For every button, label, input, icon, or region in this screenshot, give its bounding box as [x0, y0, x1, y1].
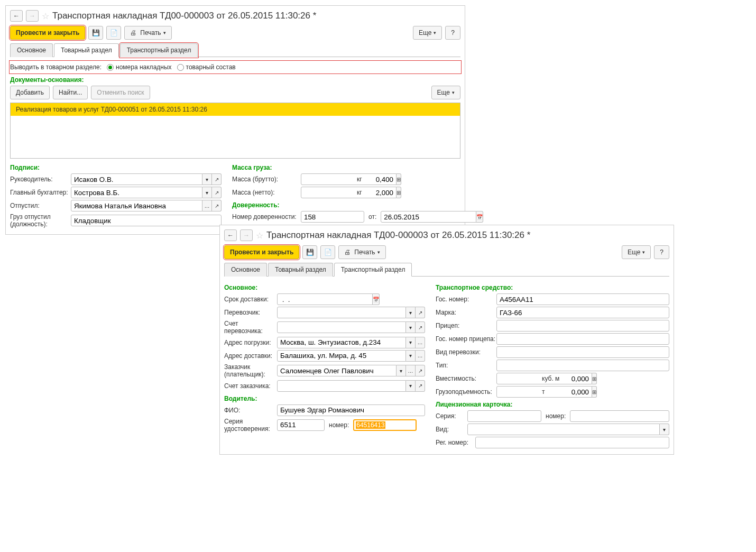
- table-empty-body: [11, 116, 460, 158]
- head-input[interactable]: [71, 173, 202, 185]
- find-button[interactable]: Найти...: [53, 86, 88, 99]
- titlebar: ← → ☆ Транспортная накладная ТД00-000003…: [224, 229, 669, 241]
- nav-forward-button[interactable]: →: [240, 229, 253, 241]
- calc-icon[interactable]: ⊞: [397, 187, 401, 198]
- net-input[interactable]: [301, 187, 397, 198]
- cargo-rel-input[interactable]: [71, 215, 222, 226]
- docs-section-title: Документы-основания:: [10, 76, 460, 84]
- favorite-star-icon[interactable]: ☆: [256, 231, 263, 241]
- window-title: Транспортная накладная ТД00-000003 от 26…: [266, 230, 530, 241]
- window-goods-section: ← → ☆ Транспортная накладная ТД00-000003…: [5, 5, 465, 235]
- toolbar: Провести и закрыть 💾 📄 Печать Еще ?: [10, 26, 460, 40]
- released-label: Отпустил:: [10, 202, 71, 209]
- net-label: Масса (нетто):: [232, 189, 301, 196]
- print-button[interactable]: Печать: [124, 26, 171, 40]
- nav-forward-button[interactable]: →: [26, 10, 39, 22]
- post-button[interactable]: 📄: [106, 26, 121, 40]
- ellipsis-icon[interactable]: …: [202, 200, 212, 211]
- kg-label: кг: [357, 189, 362, 196]
- radio-checked-icon: [107, 64, 114, 71]
- head-label: Руководитель:: [10, 176, 71, 183]
- radio-group-output: Выводить в товарном разделе: номера накл…: [10, 61, 460, 73]
- window-transport-section: ← → ☆ Транспортная накладная ТД00-000003…: [219, 225, 674, 245]
- open-icon[interactable]: ↗: [212, 200, 222, 211]
- mass-title: Масса груза:: [232, 164, 460, 171]
- post-and-close-button[interactable]: Провести и закрыть: [10, 26, 85, 40]
- more-button[interactable]: Еще: [413, 26, 442, 40]
- acc-input[interactable]: [71, 187, 202, 198]
- dropdown-icon[interactable]: ▾: [202, 173, 212, 185]
- tabs: Основное Товарный раздел Транспортный ра…: [10, 43, 460, 57]
- docs-more-button[interactable]: Еще: [431, 86, 460, 99]
- tab-goods[interactable]: Товарный раздел: [54, 43, 119, 57]
- signs-title: Подписи:: [10, 164, 222, 171]
- favorite-star-icon[interactable]: ☆: [42, 11, 49, 21]
- open-icon[interactable]: ↗: [212, 187, 222, 198]
- nav-back-button[interactable]: ←: [224, 229, 237, 241]
- open-icon[interactable]: ↗: [212, 173, 222, 185]
- table-row[interactable]: Реализация товаров и услуг ТД00-000051 о…: [11, 103, 460, 116]
- dov-num-input[interactable]: [301, 211, 364, 223]
- acc-label: Главный бухгалтер:: [10, 189, 71, 196]
- save-button[interactable]: 💾: [88, 26, 103, 40]
- dov-date-input[interactable]: [381, 211, 476, 223]
- from-label: от:: [368, 213, 376, 220]
- kg-label: кг: [357, 176, 362, 183]
- cancel-find-button[interactable]: Отменить поиск: [91, 86, 150, 99]
- bottom-columns: Подписи: Руководитель: ▾ ↗ Главный бухга…: [10, 161, 460, 230]
- dov-title: Доверенность:: [232, 201, 460, 209]
- dov-num-label: Номер доверенности:: [232, 213, 301, 220]
- window-title: Транспортная накладная ТД00-000003 от 26…: [52, 11, 316, 21]
- radio-invoice-numbers[interactable]: номера накладных: [107, 63, 172, 71]
- help-button[interactable]: ?: [445, 26, 460, 40]
- docs-table[interactable]: Реализация товаров и услуг ТД00-000051 о…: [10, 103, 460, 159]
- titlebar: ← → ☆ Транспортная накладная ТД00-000003…: [10, 10, 460, 22]
- calc-icon[interactable]: ⊞: [397, 173, 401, 185]
- add-button[interactable]: Добавить: [10, 86, 50, 99]
- dropdown-icon[interactable]: ▾: [202, 187, 212, 198]
- tab-transport[interactable]: Транспортный раздел: [120, 43, 198, 57]
- gross-label: Масса (брутто):: [232, 176, 301, 183]
- gross-input[interactable]: [301, 173, 397, 185]
- calendar-icon[interactable]: 📅: [476, 211, 483, 223]
- radio-label: Выводить в товарном разделе:: [10, 63, 102, 71]
- radio-goods-list[interactable]: товарный состав: [177, 63, 236, 71]
- cargo-rel-label: Груз отпустил (должность):: [10, 213, 71, 228]
- docs-toolbar: Добавить Найти... Отменить поиск Еще: [10, 86, 460, 99]
- released-input[interactable]: [71, 200, 202, 211]
- tab-main[interactable]: Основное: [10, 43, 53, 57]
- nav-back-button[interactable]: ←: [10, 10, 23, 22]
- radio-unchecked-icon: [177, 64, 184, 71]
